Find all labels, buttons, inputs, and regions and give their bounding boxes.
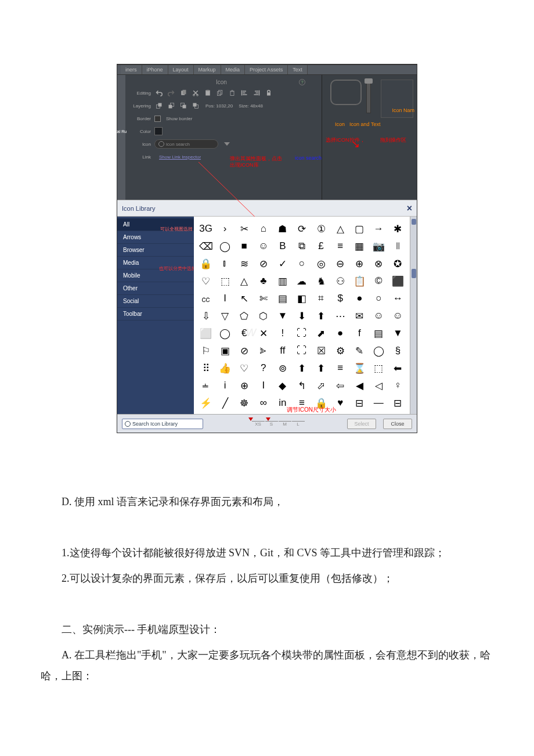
bring-front-icon[interactable] xyxy=(154,102,163,110)
grid-icon[interactable]: ⊚ xyxy=(273,359,292,377)
tab-iners[interactable]: iners xyxy=(121,65,142,74)
grid-icon[interactable]: ♞ xyxy=(312,272,331,290)
grid-icon[interactable]: ⧉ xyxy=(292,237,311,255)
grid-icon[interactable]: ⫴ xyxy=(388,237,407,255)
grid-icon[interactable]: ⌂ xyxy=(254,220,273,237)
grid-icon[interactable]: ⬡ xyxy=(254,307,273,325)
grid-icon[interactable]: ⛶ xyxy=(292,342,311,359)
icon-mode-label[interactable]: Icon xyxy=(335,121,345,127)
grid-icon[interactable]: ⫨ xyxy=(196,377,215,394)
copy-icon[interactable] xyxy=(179,89,187,98)
delete-icon[interactable] xyxy=(228,89,236,98)
grid-icon[interactable]: ⊗ xyxy=(369,255,388,272)
grid-icon[interactable]: › xyxy=(215,220,234,237)
grid-icon[interactable]: 📋 xyxy=(350,272,369,290)
zoom-slider-thumb[interactable] xyxy=(365,78,373,84)
grid-icon[interactable]: — xyxy=(369,394,388,412)
grid-icon[interactable]: ● xyxy=(350,290,369,307)
scroll-thumb[interactable] xyxy=(412,269,416,278)
grid-icon[interactable]: ✂ xyxy=(234,220,254,237)
icon-preview[interactable] xyxy=(330,80,362,105)
cat-browser[interactable]: Browser xyxy=(117,244,194,257)
grid-icon[interactable]: ⊟ xyxy=(350,394,369,412)
cut-icon[interactable] xyxy=(191,89,200,98)
tab-project-assets[interactable]: Project Assets xyxy=(245,65,288,74)
grid-icon[interactable]: △ xyxy=(234,272,254,290)
grid-icon[interactable]: ▤ xyxy=(369,325,388,342)
grid-icon[interactable]: ▤ xyxy=(273,290,292,307)
cat-social[interactable]: Social xyxy=(117,295,194,308)
grid-icon[interactable]: ◀ xyxy=(350,377,369,394)
grid-icon[interactable]: $ xyxy=(331,290,350,307)
grid-icon[interactable]: ✓ xyxy=(273,255,292,272)
search-icon-library-input[interactable]: Search Icon Library xyxy=(122,419,203,429)
grid-icon[interactable]: ∞ xyxy=(254,394,273,412)
size-ruler[interactable]: XS S M L xyxy=(210,421,340,427)
grid-icon[interactable]: I xyxy=(215,290,234,307)
grid-icon[interactable]: ☺ xyxy=(388,307,407,325)
grid-icon[interactable]: ▢ xyxy=(350,220,369,237)
tab-iphone[interactable]: iPhone xyxy=(142,65,168,74)
grid-icon[interactable]: B xyxy=(273,237,292,255)
grid-icon[interactable]: ⬀ xyxy=(312,377,331,394)
grid-icon[interactable]: ◎ xyxy=(312,255,331,272)
grid-icon[interactable]: ⊕ xyxy=(234,377,254,394)
grid-icon[interactable]: ✪ xyxy=(388,255,407,272)
grid-icon[interactable]: ⌛ xyxy=(350,359,369,377)
grid-icon[interactable]: ✱ xyxy=(388,220,407,237)
send-backward-icon[interactable] xyxy=(179,102,187,110)
grid-icon[interactable]: ☺ xyxy=(254,237,273,255)
grid-icon[interactable]: ● xyxy=(331,325,350,342)
grid-icon[interactable]: ○ xyxy=(369,290,388,307)
grid-icon[interactable]: ≡ xyxy=(331,359,350,377)
grid-icon[interactable]: ① xyxy=(312,220,331,237)
grid-icon[interactable]: ◯ xyxy=(215,237,234,255)
icon-search-field[interactable]: icon search xyxy=(154,139,218,149)
grid-icon[interactable]: ? xyxy=(254,359,273,377)
grid-icon[interactable]: ⬈ xyxy=(312,325,331,342)
cat-toolbar[interactable]: Toolbar xyxy=(117,308,194,321)
grid-icon[interactable]: ◧ xyxy=(292,290,311,307)
grid-icon[interactable]: ☸ xyxy=(234,394,254,412)
grid-icon[interactable]: ⬆ xyxy=(312,359,331,377)
grid-scrollbar[interactable] xyxy=(410,217,417,414)
grid-icon[interactable]: ff xyxy=(273,342,292,359)
grid-icon[interactable]: ▼ xyxy=(388,325,407,342)
grid-icon[interactable]: ☺ xyxy=(369,307,388,325)
cat-mobile[interactable]: Mobile xyxy=(117,269,194,282)
grid-icon[interactable]: I xyxy=(254,377,273,394)
grid-icon[interactable]: ◯ xyxy=(369,342,388,359)
select-button[interactable]: Select xyxy=(347,419,376,429)
icon-and-text-mode-label[interactable]: Icon and Text xyxy=(349,121,380,127)
grid-icon[interactable]: © xyxy=(369,272,388,290)
tab-media[interactable]: Media xyxy=(221,65,246,74)
grid-icon[interactable]: ↔ xyxy=(388,290,407,307)
grid-icon[interactable]: i xyxy=(215,377,234,394)
grid-icon[interactable]: ⊟ xyxy=(388,394,407,412)
grid-icon[interactable]: → xyxy=(369,220,388,237)
grid-icon[interactable]: ✎ xyxy=(350,342,369,359)
grid-icon[interactable]: ☁ xyxy=(292,272,311,290)
grid-icon[interactable]: ㏄ xyxy=(196,290,215,307)
grid-icon[interactable]: ▥ xyxy=(273,272,292,290)
grid-icon[interactable]: 3G xyxy=(196,220,215,237)
grid-icon[interactable]: 📷 xyxy=(369,237,388,255)
paste-icon[interactable] xyxy=(203,89,212,98)
dropdown-arrow-icon[interactable] xyxy=(224,142,230,146)
grid-icon[interactable]: ◆ xyxy=(273,377,292,394)
grid-icon[interactable]: ↖ xyxy=(234,290,254,307)
grid-icon[interactable]: ⬚ xyxy=(215,272,234,290)
grid-icon[interactable]: ⊕ xyxy=(350,255,369,272)
grid-icon[interactable]: ⋯ xyxy=(331,307,350,325)
grid-icon[interactable]: ☒ xyxy=(312,342,331,359)
grid-icon[interactable]: ⬆ xyxy=(312,307,331,325)
grid-icon[interactable]: ≋ xyxy=(234,255,254,272)
grid-icon[interactable]: ⪢ xyxy=(254,342,273,359)
grid-icon[interactable]: ⊘ xyxy=(254,255,273,272)
grid-icon[interactable]: ⇩ xyxy=(196,307,215,325)
grid-icon[interactable]: ♡ xyxy=(196,272,215,290)
grid-icon[interactable]: 👍 xyxy=(215,359,234,377)
duplicate-icon[interactable] xyxy=(215,89,224,98)
grid-icon[interactable]: ▣ xyxy=(215,342,234,359)
grid-icon[interactable]: ○ xyxy=(292,255,311,272)
